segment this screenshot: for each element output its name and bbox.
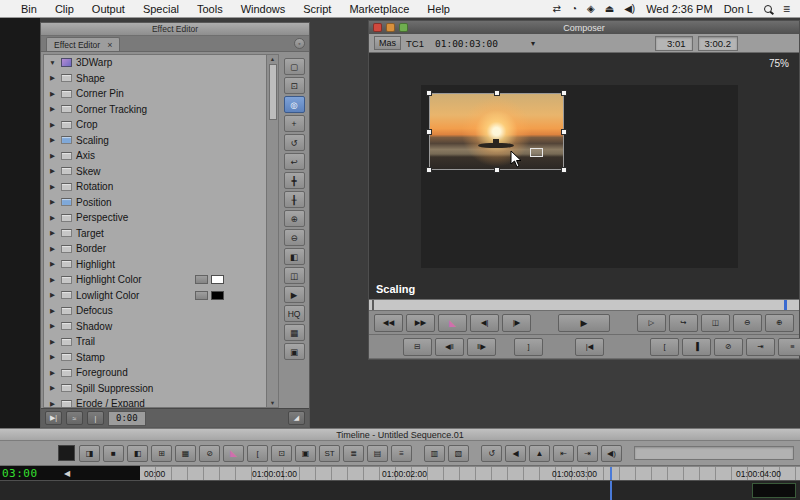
timeline-playhead-line[interactable] xyxy=(610,481,612,500)
dual-split-button[interactable]: ◫ xyxy=(284,267,305,284)
expand-triangle-icon[interactable]: ▶ xyxy=(48,121,57,129)
mark-clip-button[interactable]: ⊡ xyxy=(271,445,292,462)
param-enable-button[interactable] xyxy=(61,183,72,191)
segment-insert-button[interactable]: ≣ xyxy=(343,445,364,462)
param-enable-button[interactable] xyxy=(61,90,72,98)
step-backward-button[interactable]: ◀‖ xyxy=(435,338,464,356)
minimize-window-button[interactable] xyxy=(386,23,395,32)
param-row-foreground[interactable]: ▶Foreground xyxy=(44,365,266,381)
rotate-tool-button[interactable]: ↺ xyxy=(284,134,305,151)
param-enable-button[interactable] xyxy=(61,369,72,377)
tab-effect-editor[interactable]: Effect Editor × xyxy=(46,37,120,51)
param-row-axis[interactable]: ▶Axis xyxy=(44,148,266,164)
param-enable-button[interactable] xyxy=(61,136,72,144)
param-enable-button[interactable] xyxy=(61,400,72,408)
marquee-tool-button[interactable]: ▢ xyxy=(284,58,305,75)
timeline-scale-bar[interactable] xyxy=(634,446,794,460)
link-selection-button[interactable]: ≡ xyxy=(391,445,412,462)
effect-editor-button[interactable]: ≡ xyxy=(778,338,800,356)
volume-button[interactable]: ◀) xyxy=(601,445,622,462)
menu-marketplace[interactable]: Marketplace xyxy=(340,3,418,15)
param-row-highlight-color[interactable]: ▶Highlight Color xyxy=(44,272,266,288)
expand-triangle-icon[interactable]: ▶ xyxy=(48,322,57,330)
param-enable-button[interactable] xyxy=(61,245,72,253)
sync-icon[interactable]: ⇄ xyxy=(553,3,561,14)
param-enable-button[interactable] xyxy=(61,121,72,129)
move-tool-button[interactable]: ╋ xyxy=(284,172,305,189)
segment-overwrite-button[interactable]: ▤ xyxy=(367,445,388,462)
add-keyframe-button[interactable]: + xyxy=(284,115,305,132)
mark-out-button[interactable]: ] xyxy=(514,338,543,356)
audio-meter-button[interactable]: ▥ xyxy=(424,445,445,462)
split-view-button[interactable]: ◧ xyxy=(284,248,305,265)
composer-titlebar[interactable]: Composer xyxy=(369,21,799,34)
param-row-corner-tracking[interactable]: ▶Corner Tracking xyxy=(44,102,266,118)
composer-playhead[interactable] xyxy=(784,300,787,310)
param-enable-button[interactable] xyxy=(61,276,72,284)
param-row-defocus[interactable]: ▶Defocus xyxy=(44,303,266,319)
go-to-start-button[interactable]: |◀ xyxy=(575,338,604,356)
waveform-button[interactable]: ≈ xyxy=(66,411,83,425)
play-loop-button[interactable]: ↪ xyxy=(669,314,698,332)
menu-special[interactable]: Special xyxy=(134,3,188,15)
param-enable-button[interactable] xyxy=(61,152,72,160)
param-row-perspective[interactable]: ▶Perspective xyxy=(44,210,266,226)
scale-drag-box[interactable] xyxy=(530,148,543,157)
param-row-position[interactable]: ▶Position xyxy=(44,195,266,211)
video-frame-preview[interactable] xyxy=(429,93,564,170)
param-row-stamp[interactable]: ▶Stamp xyxy=(44,350,266,366)
step-forward-button[interactable]: ‖▶ xyxy=(467,338,496,356)
menu-bin[interactable]: Bin xyxy=(12,3,46,15)
expand-triangle-icon[interactable]: ▶ xyxy=(48,229,57,237)
param-row-crop[interactable]: ▶Crop xyxy=(44,117,266,133)
scroll-up-icon[interactable]: ▲ xyxy=(270,56,275,62)
track-button[interactable]: Mas xyxy=(374,36,401,50)
expand-triangle-icon[interactable]: ▶ xyxy=(48,136,57,144)
safe-title-button[interactable]: ▣ xyxy=(284,343,305,360)
param-enable-button[interactable] xyxy=(61,214,72,222)
grid-button[interactable]: ⊞ xyxy=(151,445,172,462)
play-button[interactable]: ▶ xyxy=(558,314,610,332)
expand-triangle-icon[interactable]: ▶ xyxy=(48,369,57,377)
play-preview-button[interactable]: ▶ xyxy=(284,286,305,303)
param-enable-button[interactable] xyxy=(61,260,72,268)
reposition-tool-button[interactable]: ⊡ xyxy=(284,77,305,94)
expand-triangle-icon[interactable]: ▶ xyxy=(48,400,57,408)
close-icon[interactable]: × xyxy=(107,40,112,50)
expand-triangle-icon[interactable]: ▶ xyxy=(48,214,57,222)
timeline-playhead[interactable] xyxy=(610,467,612,480)
mark-in-button[interactable]: [ xyxy=(247,445,268,462)
motion-effect-button[interactable]: ◣ xyxy=(438,314,467,332)
effect-editor-titlebar[interactable]: Effect Editor xyxy=(41,23,309,36)
param-row-scaling[interactable]: ▶Scaling xyxy=(44,133,266,149)
trim-mode-button[interactable]: ⊘ xyxy=(199,445,220,462)
param-enable-button[interactable] xyxy=(61,338,72,346)
play-loop-button[interactable]: ▶| xyxy=(45,411,62,425)
motion-effect-button[interactable]: ◣ xyxy=(223,445,244,462)
resize-handle-top-center[interactable] xyxy=(494,90,500,96)
effect-list-scrollbar[interactable]: ▲ ▼ xyxy=(267,54,279,408)
menu-clip[interactable]: Clip xyxy=(46,3,83,15)
splice-in-button[interactable]: ◧ xyxy=(127,445,148,462)
toggle-source-record-button[interactable]: ⊟ xyxy=(403,338,432,356)
resize-handle-bottom-center[interactable] xyxy=(494,167,500,173)
param-enable-button[interactable] xyxy=(61,307,72,315)
mark-button[interactable]: | xyxy=(87,411,104,425)
expand-triangle-icon[interactable]: ▶ xyxy=(48,353,57,361)
zoom-in-button[interactable]: ⊕ xyxy=(284,210,305,227)
param-enable-button[interactable] xyxy=(61,198,72,206)
video-quality-button[interactable]: ▣ xyxy=(295,445,316,462)
param-enable-button[interactable] xyxy=(61,384,72,392)
keyboard-button[interactable]: ▦ xyxy=(175,445,196,462)
curve-grid-button[interactable]: ◢ xyxy=(288,411,305,425)
param-row-lowlight-color[interactable]: ▶Lowlight Color xyxy=(44,288,266,304)
timeline-ruler[interactable]: 00:0001:00:01:0001:00:02:0001:00:03:0001… xyxy=(140,466,800,480)
param-row-target[interactable]: ▶Target xyxy=(44,226,266,242)
param-enable-button[interactable] xyxy=(61,322,72,330)
undo-button[interactable]: ↺ xyxy=(481,445,502,462)
effect-mode-button[interactable]: ◎ xyxy=(284,96,305,113)
resize-handle-bottom-right[interactable] xyxy=(561,167,567,173)
expand-triangle-icon[interactable]: ▶ xyxy=(48,90,57,98)
step-back-icon[interactable]: ◀ xyxy=(64,469,70,478)
param-row-border[interactable]: ▶Border xyxy=(44,241,266,257)
